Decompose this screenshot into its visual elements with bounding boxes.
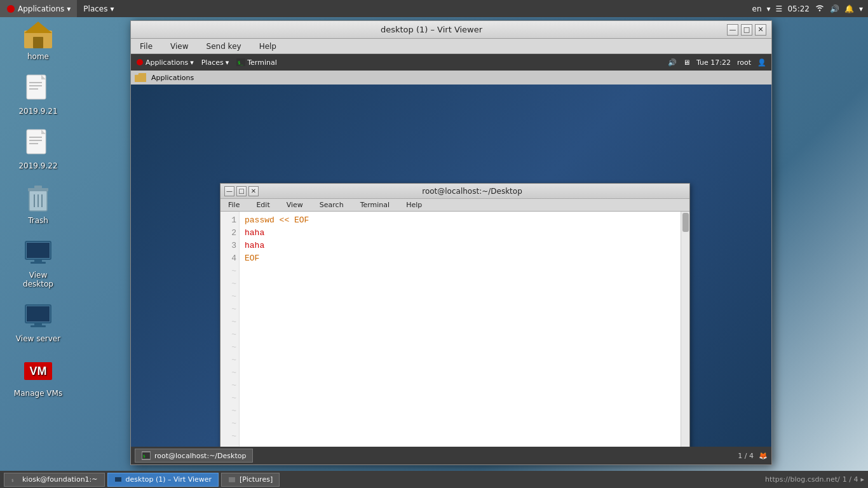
taskbar-virt-viewer-label: desktop (1) – Virt Viewer: [126, 475, 212, 484]
applications-menu-btn[interactable]: Applications ▾: [0, 0, 77, 17]
svg-rect-26: [27, 306, 50, 322]
inner-places-arrow: ▾: [226, 58, 229, 67]
inner-applications-btn[interactable]: Applications ▾: [136, 58, 194, 67]
virt-viewer-window: desktop (1) – Virt Viewer — □ ✕ File Vie…: [130, 20, 772, 465]
menu-file[interactable]: File: [136, 41, 156, 52]
taskbar-pager: 1 / 4: [843, 475, 858, 484]
svg-marker-3: [24, 22, 52, 33]
terminal-mini-icon: $: [142, 452, 150, 459]
inner-vm-panel: Applications ▾ Places ▾ $_ Terminal 🔊: [131, 54, 771, 71]
vim-menu-file[interactable]: File: [224, 200, 243, 210]
vim-scrollbar[interactable]: [681, 212, 689, 464]
svg-point-0: [7, 5, 15, 13]
svg-rect-4: [33, 37, 43, 48]
vim-line-numbers: 1 2 3 4 ~ ~ ~ ~ ~ ~ ~ ~: [220, 212, 240, 464]
file1-icon-item[interactable]: 2019.9.21: [13, 74, 64, 116]
vim-menu-search[interactable]: Search: [316, 200, 348, 210]
vim-maximize-btn[interactable]: □: [236, 186, 247, 196]
inner-taskbar-item-terminal[interactable]: $ root@localhost:~/Desktop: [135, 449, 253, 463]
svg-text:VM: VM: [30, 365, 47, 377]
inner-folder-icon: [135, 73, 146, 82]
taskbar-virt-viewer-btn[interactable]: desktop (1) – Virt Viewer: [107, 473, 219, 487]
vim-titlebar: — □ ✕ root@localhost:~/Desktop: [220, 184, 689, 199]
view-desktop-icon-item[interactable]: View desktop: [13, 238, 64, 288]
menu-sendkey[interactable]: Send key: [203, 41, 245, 52]
vim-linenum-empty-13: ~: [223, 367, 236, 379]
inner-terminal-btn[interactable]: $_ Terminal: [236, 58, 277, 67]
places-menu-btn[interactable]: Places ▾: [77, 0, 120, 17]
vm-display: Applications ▾ Places ▾ $_ Terminal 🔊: [131, 54, 771, 464]
svg-rect-17: [34, 186, 42, 189]
file2-icon: [23, 128, 53, 159]
more-icon: ▾: [859, 4, 863, 13]
virt-viewer-titlebar: desktop (1) – Virt Viewer — □ ✕: [131, 21, 771, 39]
svg-rect-22: [27, 243, 50, 258]
menu-help[interactable]: Help: [255, 41, 280, 52]
vim-linenum-empty-18: ~: [223, 430, 236, 443]
inner-fm-bar: Applications: [131, 71, 771, 85]
vim-linenum-empty-12: ~: [223, 354, 236, 367]
inner-panel-right: 🔊 🖥 Tue 17:22 root 👤: [668, 58, 766, 67]
inner-redhat-icon: [136, 58, 144, 66]
vim-linenum-empty-6: ~: [223, 278, 236, 290]
virt-viewer-menubar: File View Send key Help: [131, 39, 771, 54]
vim-menu-edit[interactable]: Edit: [252, 200, 273, 210]
svg-point-1: [819, 10, 820, 11]
taskbar-kiosk-label: kiosk@foundation1:~: [22, 475, 98, 484]
menu-view[interactable]: View: [166, 41, 192, 52]
vim-linenum-empty-7: ~: [223, 290, 236, 303]
vim-menu-terminal[interactable]: Terminal: [356, 200, 394, 210]
vim-line-2: haha: [245, 227, 675, 240]
vim-text-area[interactable]: passwd << EOF haha haha EOF: [240, 212, 681, 464]
inner-terminal-taskbar-icon: $: [142, 451, 151, 460]
maximize-btn[interactable]: □: [741, 24, 752, 36]
kiosk-terminal-icon: $: [11, 477, 18, 483]
vim-menu-help[interactable]: Help: [402, 200, 426, 210]
vim-scroll-thumb[interactable]: [682, 213, 689, 232]
svg-rect-23: [34, 259, 42, 262]
file1-svg: [25, 74, 51, 104]
vm-content-area: — □ ✕ root@localhost:~/Desktop File Edit…: [131, 85, 771, 464]
inner-terminal-label: Terminal: [247, 58, 277, 67]
view-server-icon-item[interactable]: View server: [13, 301, 64, 343]
view-server-icon: [23, 301, 53, 332]
svg-text:$: $: [143, 454, 146, 458]
taskbar-kiosk-btn[interactable]: $ kiosk@foundation1:~: [4, 473, 105, 487]
vim-linenum-3: 3: [223, 240, 236, 252]
file2-icon-item[interactable]: 2019.9.22: [13, 128, 64, 170]
redhat-icon: [6, 4, 15, 13]
vim-linenum-empty-8: ~: [223, 303, 236, 316]
manage-vms-icon: VM: [23, 356, 53, 386]
svg-point-31: [137, 59, 143, 65]
vim-linenum-empty-15: ~: [223, 392, 236, 405]
notification-icon: 🔔: [844, 4, 854, 13]
taskbar-pictures-label: [Pictures]: [240, 475, 273, 484]
close-btn[interactable]: ✕: [755, 24, 766, 36]
inner-places-btn[interactable]: Places ▾: [201, 58, 229, 67]
vm-svg: VM: [23, 360, 53, 383]
taskbar-pictures-btn[interactable]: [Pictures]: [221, 473, 280, 487]
home-icon-item[interactable]: home: [13, 19, 64, 61]
inner-applications-label: Applications: [146, 58, 188, 67]
vim-close-btn[interactable]: ✕: [248, 186, 259, 196]
file1-label: 2019.9.21: [18, 107, 57, 116]
svg-rect-39: [115, 477, 121, 482]
inner-time: Tue 17:22: [696, 58, 731, 67]
inner-applications-arrow: ▾: [190, 58, 194, 67]
manage-vms-icon-item[interactable]: VM Manage VMs: [13, 356, 64, 398]
vim-minimize-btn[interactable]: —: [224, 186, 234, 196]
applications-arrow: ▾: [67, 4, 71, 13]
inner-taskbar-right: 1 / 4 🦊: [738, 452, 768, 460]
trash-icon-item[interactable]: Trash: [13, 183, 64, 225]
vim-line-3: haha: [245, 240, 675, 252]
vim-linenum-empty-14: ~: [223, 379, 236, 392]
lang-indicator[interactable]: en: [752, 4, 762, 13]
vim-content: 1 2 3 4 ~ ~ ~ ~ ~ ~ ~ ~: [220, 212, 689, 464]
vim-menu-view[interactable]: View: [283, 200, 307, 210]
bottom-taskbar: $ kiosk@foundation1:~ desktop (1) – Virt…: [0, 471, 868, 488]
inner-places-label: Places: [201, 58, 224, 67]
minimize-btn[interactable]: —: [727, 24, 738, 36]
applications-label: Applications: [18, 4, 64, 13]
file2-svg: [25, 128, 51, 159]
desktop: Applications ▾ Places ▾ en ▾ ☰ 05:22 🔊: [0, 0, 868, 488]
